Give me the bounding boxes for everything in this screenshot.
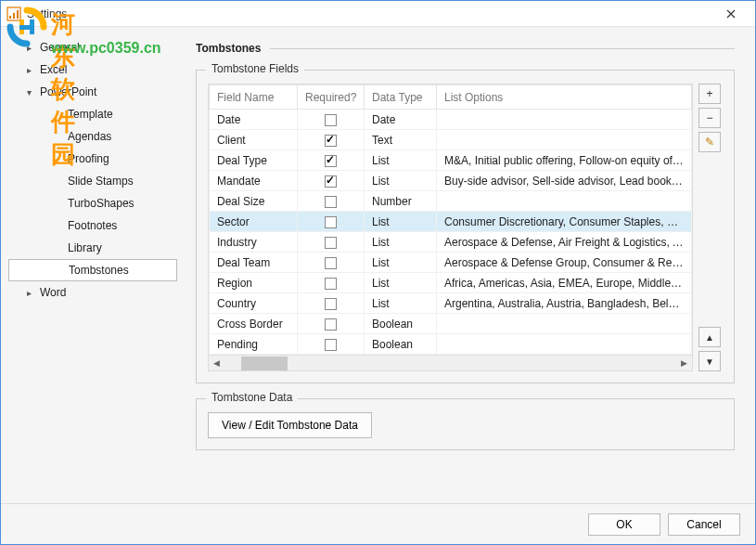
tree-item-general[interactable]: ▸General: [8, 36, 186, 58]
cell-list-options[interactable]: Aerospace & Defense Group, Consumer & Re…: [437, 253, 692, 273]
cell-required[interactable]: [298, 171, 365, 191]
add-row-button[interactable]: +: [698, 84, 721, 104]
checkbox-icon[interactable]: [325, 318, 337, 331]
cell-list-options[interactable]: Africa, Americas, Asia, EMEA, Europe, Mi…: [437, 273, 692, 293]
cell-required[interactable]: [298, 273, 365, 293]
tree-item-tombstones[interactable]: Tombstones: [8, 259, 177, 281]
cell-required[interactable]: [298, 334, 365, 355]
table-row[interactable]: Deal TypeListM&A, Initial public offerin…: [210, 150, 692, 171]
th-required[interactable]: Required?: [298, 85, 365, 110]
cell-list-options[interactable]: Buy-side advisor, Sell-side advisor, Lea…: [437, 171, 692, 191]
cell-list-options[interactable]: Argentina, Australia, Austria, Banglades…: [437, 293, 692, 314]
cell-list-options[interactable]: [437, 191, 692, 212]
table-row[interactable]: RegionListAfrica, Americas, Asia, EMEA, …: [210, 273, 692, 293]
cell-required[interactable]: [298, 212, 365, 232]
cell-list-options[interactable]: [437, 334, 692, 355]
cell-list-options[interactable]: Aerospace & Defense, Air Freight & Logis…: [437, 232, 692, 253]
checkbox-icon[interactable]: [325, 298, 337, 310]
move-down-button[interactable]: ▼: [698, 351, 721, 371]
cell-data-type[interactable]: List: [365, 293, 437, 314]
table-row[interactable]: SectorListConsumer Discretionary, Consum…: [210, 212, 692, 232]
move-up-button[interactable]: ▲: [698, 327, 721, 347]
cell-data-type[interactable]: Boolean: [365, 334, 437, 355]
cell-required[interactable]: [298, 232, 365, 253]
th-list-options[interactable]: List Options: [437, 85, 692, 110]
cell-data-type[interactable]: List: [365, 171, 437, 191]
cancel-button[interactable]: Cancel: [668, 513, 740, 536]
cell-required[interactable]: [298, 253, 365, 273]
cell-data-type[interactable]: Date: [365, 110, 437, 130]
cell-data-type[interactable]: List: [365, 150, 437, 171]
ok-button[interactable]: OK: [588, 513, 660, 536]
checkbox-icon[interactable]: [325, 114, 337, 126]
cell-field-name[interactable]: Region: [210, 273, 298, 293]
cell-field-name[interactable]: Sector: [210, 212, 298, 232]
checkbox-icon[interactable]: [325, 237, 337, 249]
cell-list-options[interactable]: Consumer Discretionary, Consumer Staples…: [437, 212, 692, 232]
cell-required[interactable]: [298, 293, 365, 314]
cell-field-name[interactable]: Industry: [210, 232, 298, 253]
cell-field-name[interactable]: Deal Type: [210, 150, 298, 171]
checkbox-icon[interactable]: [325, 278, 337, 290]
cell-list-options[interactable]: [437, 314, 692, 334]
tree-item-template[interactable]: Template: [8, 103, 186, 125]
cell-required[interactable]: [298, 150, 365, 171]
th-data-type[interactable]: Data Type: [365, 85, 437, 110]
tree-item-agendas[interactable]: Agendas: [8, 125, 186, 148]
table-row[interactable]: PendingBoolean: [210, 334, 692, 355]
cell-list-options[interactable]: [437, 110, 692, 130]
edit-row-button[interactable]: ✎: [698, 132, 721, 152]
cell-field-name[interactable]: Mandate: [210, 171, 298, 191]
view-edit-data-button[interactable]: View / Edit Tombstone Data: [208, 412, 372, 438]
cell-field-name[interactable]: Client: [210, 130, 298, 150]
cell-data-type[interactable]: Number: [365, 191, 437, 212]
checkbox-icon[interactable]: [325, 175, 337, 188]
tree-item-library[interactable]: Library: [8, 237, 186, 259]
fields-table[interactable]: Field Name Required? Data Type List Opti…: [209, 84, 692, 355]
tree-item-slide-stamps[interactable]: Slide Stamps: [8, 170, 186, 192]
close-button[interactable]: [712, 1, 750, 27]
tree-item-excel[interactable]: ▸Excel: [8, 58, 186, 81]
scroll-thumb[interactable]: [241, 357, 288, 370]
cell-required[interactable]: [298, 314, 365, 334]
checkbox-icon[interactable]: [325, 216, 337, 228]
scroll-right-icon[interactable]: ▶: [676, 356, 692, 371]
cell-data-type[interactable]: List: [365, 253, 437, 273]
remove-row-button[interactable]: −: [698, 108, 721, 128]
cell-required[interactable]: [298, 191, 365, 212]
cell-field-name[interactable]: Deal Size: [210, 191, 298, 212]
tree-item-word[interactable]: ▸Word: [8, 281, 186, 304]
table-row[interactable]: Deal SizeNumber: [210, 191, 692, 212]
cell-field-name[interactable]: Deal Team: [210, 253, 298, 273]
table-row[interactable]: DateDate: [210, 110, 692, 130]
tree-item-powerpoint[interactable]: ▾PowerPoint: [8, 81, 186, 103]
cell-required[interactable]: [298, 130, 365, 150]
checkbox-icon[interactable]: [325, 155, 337, 167]
cell-data-type[interactable]: List: [365, 212, 437, 232]
table-row[interactable]: Deal TeamListAerospace & Defense Group, …: [210, 253, 692, 273]
th-field-name[interactable]: Field Name: [210, 85, 298, 110]
checkbox-icon[interactable]: [325, 339, 337, 351]
tree-item-footnotes[interactable]: Footnotes: [8, 214, 186, 237]
cell-field-name[interactable]: Country: [210, 293, 298, 314]
table-row[interactable]: ClientText: [210, 130, 692, 150]
checkbox-icon[interactable]: [325, 196, 337, 208]
cell-list-options[interactable]: [437, 130, 692, 150]
cell-list-options[interactable]: M&A, Initial public offering, Follow-on …: [437, 150, 692, 171]
tree-item-proofing[interactable]: Proofing: [8, 148, 186, 170]
cell-data-type[interactable]: List: [365, 273, 437, 293]
scroll-left-icon[interactable]: ◀: [209, 356, 224, 371]
cell-data-type[interactable]: Text: [365, 130, 437, 150]
cell-field-name[interactable]: Pending: [210, 334, 298, 355]
table-row[interactable]: IndustryListAerospace & Defense, Air Fre…: [210, 232, 692, 253]
horizontal-scrollbar[interactable]: ◀ ▶: [209, 355, 692, 370]
table-row[interactable]: Cross BorderBoolean: [210, 314, 692, 334]
tree-item-turboshapes[interactable]: TurboShapes: [8, 192, 186, 214]
table-row[interactable]: CountryListArgentina, Australia, Austria…: [210, 293, 692, 314]
cell-field-name[interactable]: Date: [210, 110, 298, 130]
checkbox-icon[interactable]: [325, 257, 337, 269]
cell-data-type[interactable]: List: [365, 232, 437, 253]
cell-data-type[interactable]: Boolean: [365, 314, 437, 334]
checkbox-icon[interactable]: [325, 135, 337, 147]
table-row[interactable]: MandateListBuy-side advisor, Sell-side a…: [210, 171, 692, 191]
